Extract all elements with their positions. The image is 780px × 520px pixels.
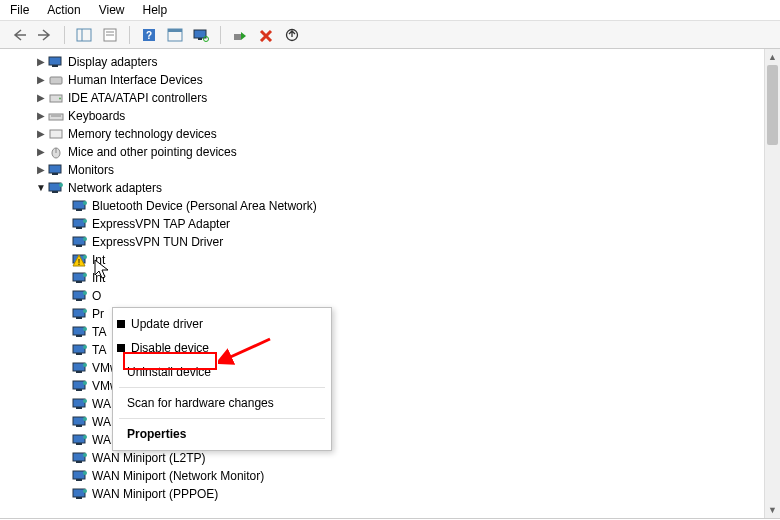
svg-rect-36 <box>76 245 82 247</box>
arrow-right-icon <box>37 28 53 42</box>
category-ide[interactable]: ▶ IDE ATA/ATAPI controllers <box>14 89 780 107</box>
svg-point-56 <box>83 345 87 349</box>
svg-rect-73 <box>76 461 82 463</box>
category-label: IDE ATA/ATAPI controllers <box>68 89 207 107</box>
svg-point-68 <box>83 417 87 421</box>
chevron-down-icon[interactable]: ▼ <box>34 179 48 197</box>
back-button[interactable] <box>8 24 30 46</box>
forward-button[interactable] <box>34 24 56 46</box>
vertical-scrollbar[interactable]: ▲ ▼ <box>764 49 780 518</box>
category-label: Network adapters <box>68 179 162 197</box>
help-button[interactable]: ? <box>138 24 160 46</box>
device-label: O <box>92 287 101 305</box>
chevron-right-icon[interactable]: ▶ <box>34 53 48 71</box>
chevron-right-icon[interactable]: ▶ <box>34 89 48 107</box>
enable-device-button[interactable] <box>229 24 251 46</box>
network-adapter-item[interactable]: ·WAN Miniport (PPPOE) <box>14 485 780 503</box>
network-adapter-icon <box>72 324 88 340</box>
network-adapter-item[interactable]: ·WAN Miniport (Network Monitor) <box>14 467 780 485</box>
network-adapter-item[interactable]: ·ExpressVPN TAP Adapter <box>14 215 780 233</box>
tree-area: ▶ Display adapters ▶ Human Interface Dev… <box>0 49 780 519</box>
svg-point-74 <box>83 453 87 457</box>
network-adapter-icon <box>72 432 88 448</box>
category-hid[interactable]: ▶ Human Interface Devices <box>14 71 780 89</box>
show-hide-tree-button[interactable] <box>73 24 95 46</box>
menu-file[interactable]: File <box>10 3 29 17</box>
disable-device-button[interactable] <box>255 24 277 46</box>
svg-rect-43 <box>76 281 82 283</box>
hid-icon <box>48 72 64 88</box>
ctx-uninstall-device[interactable]: Uninstall device <box>113 360 331 384</box>
svg-text:?: ? <box>146 30 152 41</box>
device-label: Bluetooth Device (Personal Area Network) <box>92 197 317 215</box>
network-adapter-item[interactable]: ·Int <box>14 269 780 287</box>
chevron-right-icon[interactable]: ▶ <box>34 107 48 125</box>
scroll-track[interactable] <box>765 65 780 502</box>
update-driver-button[interactable] <box>281 24 303 46</box>
chevron-right-icon[interactable]: ▶ <box>34 71 48 89</box>
chevron-right-icon[interactable]: ▶ <box>34 125 48 143</box>
scroll-thumb[interactable] <box>767 65 778 145</box>
svg-rect-30 <box>76 209 82 211</box>
ctx-disable-device[interactable]: Disable device <box>113 336 331 360</box>
svg-rect-21 <box>50 130 62 138</box>
action-pane-button[interactable] <box>164 24 186 46</box>
menu-view[interactable]: View <box>99 3 125 17</box>
svg-point-77 <box>83 471 87 475</box>
category-label: Keyboards <box>68 107 125 125</box>
category-network-adapters[interactable]: ▼ Network adapters <box>14 179 780 197</box>
chevron-right-icon[interactable]: ▶ <box>34 161 48 179</box>
ctx-update-driver[interactable]: Update driver <box>113 312 331 336</box>
svg-rect-46 <box>76 299 82 301</box>
ctx-scan-hardware[interactable]: Scan for hardware changes <box>113 391 331 415</box>
network-adapter-icon <box>72 450 88 466</box>
bullet-icon <box>117 344 125 352</box>
svg-rect-12 <box>234 34 241 40</box>
network-adapter-item[interactable]: ·ExpressVPN TUN Driver <box>14 233 780 251</box>
network-adapter-icon <box>72 306 88 322</box>
svg-point-71 <box>83 435 87 439</box>
properties-button[interactable] <box>99 24 121 46</box>
svg-rect-8 <box>168 29 182 32</box>
category-monitors[interactable]: ▶ Monitors <box>14 161 780 179</box>
svg-rect-79 <box>76 497 82 499</box>
category-label: Mice and other pointing devices <box>68 143 237 161</box>
scan-hardware-button[interactable] <box>190 24 212 46</box>
svg-rect-64 <box>76 407 82 409</box>
network-adapter-item[interactable]: ·Bluetooth Device (Personal Area Network… <box>14 197 780 215</box>
network-adapter-icon <box>72 396 88 412</box>
device-label: WAN Miniport (PPPOE) <box>92 485 218 503</box>
network-adapter-item[interactable]: ·O <box>14 287 780 305</box>
svg-rect-55 <box>76 353 82 355</box>
separator <box>119 387 325 388</box>
category-mice[interactable]: ▶ Mice and other pointing devices <box>14 143 780 161</box>
mouse-icon <box>48 144 64 160</box>
category-display-adapters[interactable]: ▶ Display adapters <box>14 53 780 71</box>
context-menu: Update driver Disable device Uninstall d… <box>112 307 332 451</box>
keyboard-icon <box>48 108 64 124</box>
svg-point-18 <box>59 98 61 100</box>
svg-rect-52 <box>76 335 82 337</box>
svg-rect-70 <box>76 443 82 445</box>
separator <box>119 418 325 419</box>
category-keyboards[interactable]: ▶ Keyboards <box>14 107 780 125</box>
network-adapter-icon <box>72 288 88 304</box>
category-label: Monitors <box>68 161 114 179</box>
network-adapter-item[interactable]: ·WAN Miniport (L2TP) <box>14 449 780 467</box>
svg-rect-25 <box>52 173 58 175</box>
ctx-properties[interactable]: Properties <box>113 422 331 446</box>
network-adapter-icon <box>72 360 88 376</box>
scroll-up-icon[interactable]: ▲ <box>765 49 780 65</box>
device-label: ExpressVPN TUN Driver <box>92 233 223 251</box>
svg-rect-49 <box>76 317 82 319</box>
category-label: Display adapters <box>68 53 157 71</box>
separator <box>129 26 130 44</box>
chevron-right-icon[interactable]: ▶ <box>34 143 48 161</box>
menu-action[interactable]: Action <box>47 3 80 17</box>
scroll-down-icon[interactable]: ▼ <box>765 502 780 518</box>
update-circle-icon <box>284 28 300 42</box>
svg-point-50 <box>83 309 87 313</box>
network-adapter-item[interactable]: ·!Int <box>14 251 780 269</box>
category-memory-tech[interactable]: ▶ Memory technology devices <box>14 125 780 143</box>
menu-help[interactable]: Help <box>143 3 168 17</box>
